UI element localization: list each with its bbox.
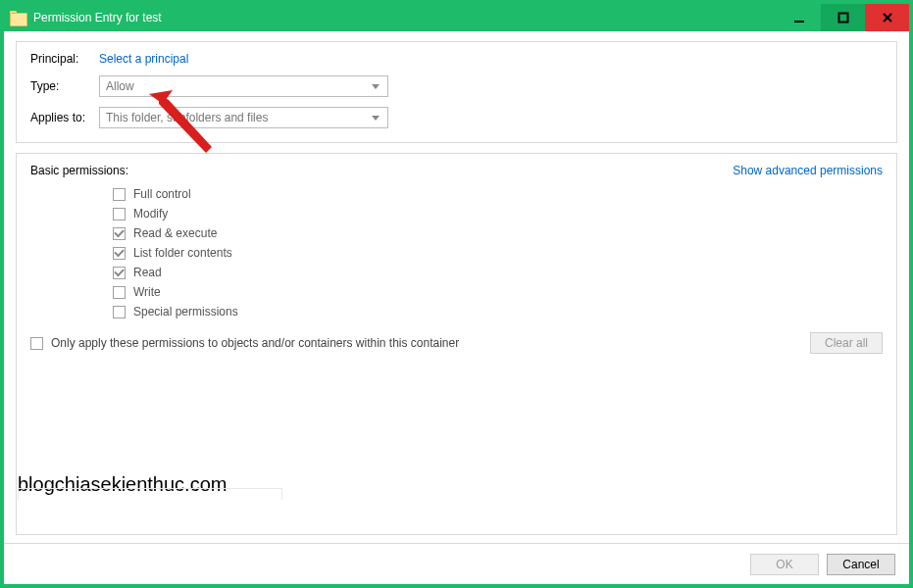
principal-label: Principal: [30,52,99,66]
ghost-divider [18,488,282,500]
folder-icon [10,11,25,24]
select-principal-link[interactable]: Select a principal [99,52,188,66]
window-title: Permission Entry for test [33,11,162,24]
permission-label: Special permissions [133,305,238,318]
type-label: Type: [30,79,99,93]
permission-item: Read [113,266,883,279]
svg-rect-0 [794,21,804,23]
permission-label: List folder contents [133,246,232,260]
permission-checkbox[interactable] [113,227,126,240]
permission-item: Full control [113,187,883,201]
permission-checkbox[interactable] [113,208,126,220]
window-controls [777,4,909,31]
type-select[interactable]: Allow [99,75,388,97]
only-apply-checkbox[interactable] [30,337,43,350]
permission-entry-window: Permission Entry for test Principal: Sel… [0,0,913,588]
close-button[interactable] [865,4,909,31]
client-area: Principal: Select a principal Type: Allo… [4,31,909,543]
permission-checkbox[interactable] [113,306,126,318]
permission-checkbox[interactable] [113,286,126,299]
permissions-list: Full controlModifyRead & executeList fol… [113,187,883,318]
permission-item: Read & execute [113,226,883,240]
only-apply-label: Only apply these permissions to objects … [51,336,459,350]
permission-label: Read & execute [133,226,217,240]
permission-item: Write [113,285,883,299]
principal-panel: Principal: Select a principal Type: Allo… [16,41,897,143]
permission-label: Write [133,285,161,299]
titlebar: Permission Entry for test [4,4,909,31]
clear-all-button[interactable]: Clear all [810,332,883,354]
permission-item: Special permissions [113,305,883,318]
type-select-value: Allow [106,79,134,93]
applies-to-select-value: This folder, subfolders and files [106,111,268,124]
permission-label: Modify [133,207,168,220]
maximize-button[interactable] [821,4,865,31]
permission-label: Full control [133,187,191,201]
permission-checkbox[interactable] [113,188,126,201]
ok-button[interactable]: OK [750,554,819,575]
svg-rect-1 [838,14,847,23]
minimize-button[interactable] [777,4,821,31]
basic-permissions-heading: Basic permissions: [30,164,128,177]
applies-to-select[interactable]: This folder, subfolders and files [99,107,388,128]
permission-item: Modify [113,207,883,220]
cancel-button[interactable]: Cancel [827,554,895,575]
permission-item: List folder contents [113,246,883,260]
permission-checkbox[interactable] [113,267,126,279]
dialog-footer: OK Cancel [4,543,909,584]
applies-to-label: Applies to: [30,111,99,124]
show-advanced-permissions-link[interactable]: Show advanced permissions [733,164,883,177]
permission-label: Read [133,266,162,279]
permission-checkbox[interactable] [113,247,126,260]
